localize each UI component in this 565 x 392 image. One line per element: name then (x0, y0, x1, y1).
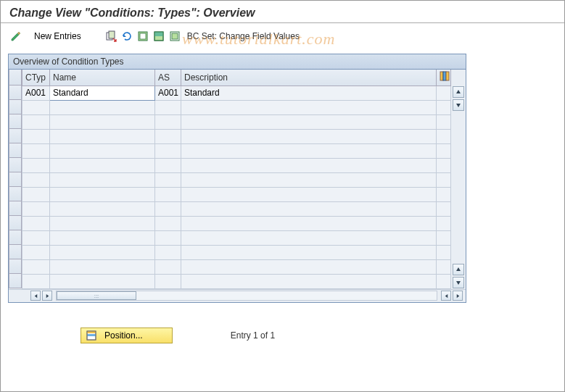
svg-rect-11 (446, 72, 449, 80)
select-block-button[interactable] (152, 30, 165, 43)
table-row (22, 187, 451, 201)
table-row (22, 259, 451, 274)
table-row (22, 216, 451, 230)
copy-as-button[interactable] (104, 30, 117, 43)
scroll-down-button[interactable] (453, 99, 464, 111)
table-row (22, 201, 451, 216)
page-title: Change View "Conditions: Types": Overvie… (1, 1, 564, 22)
row-selector[interactable] (9, 114, 22, 129)
svg-rect-9 (440, 72, 443, 80)
application-toolbar: New Entries BC Set: Change Field Values (1, 23, 564, 49)
vertical-scrollbar (451, 70, 466, 289)
panel-header: Overview of Condition Types (9, 54, 466, 70)
deselect-all-button[interactable] (168, 30, 181, 43)
h-scroll-thumb[interactable]: ::: (57, 291, 136, 300)
cell-pad (437, 86, 451, 100)
position-button[interactable]: Position... (81, 328, 173, 343)
row-selector[interactable] (9, 245, 22, 259)
condition-types-panel: Overview of Condition Types (8, 54, 466, 303)
new-entries-button[interactable]: New Entries (28, 30, 87, 43)
select-all-button[interactable] (136, 30, 149, 43)
footer-row: Position... Entry 1 of 1 (81, 328, 564, 343)
col-header-description[interactable]: Description (181, 70, 437, 86)
col-header-name[interactable]: Name (50, 70, 155, 86)
position-icon (86, 330, 97, 341)
undo-change-button[interactable] (120, 30, 133, 43)
row-selector[interactable] (9, 158, 22, 172)
row-selector-header[interactable] (9, 70, 22, 86)
condition-types-table: CTyp Name AS Description A001 Standard A… (22, 70, 451, 289)
cell-as[interactable]: A001 (155, 86, 181, 100)
h-scroll-track[interactable]: ::: (56, 291, 437, 301)
row-selector[interactable] (9, 230, 22, 245)
row-selector[interactable] (9, 86, 22, 100)
scroll-up-button[interactable] (453, 264, 464, 275)
row-selector-column (9, 70, 22, 289)
svg-rect-8 (172, 33, 178, 39)
row-selector[interactable] (9, 274, 22, 288)
table-row (22, 274, 451, 288)
cell-description[interactable]: Standard (181, 86, 437, 100)
col-header-as[interactable]: AS (155, 70, 181, 86)
scroll-left-button[interactable] (441, 291, 451, 301)
position-button-label: Position... (104, 330, 143, 341)
table-row (22, 172, 451, 187)
entry-status-text: Entry 1 of 1 (231, 330, 275, 341)
svg-rect-14 (87, 334, 96, 336)
cell-ctyp[interactable]: A001 (22, 86, 50, 100)
toggle-display-change-button[interactable] (9, 30, 22, 43)
table-row (22, 158, 451, 172)
scroll-left-button[interactable] (30, 291, 41, 301)
table-row (22, 100, 451, 114)
table-row (22, 245, 451, 259)
table-row (22, 143, 451, 158)
table-header-row: CTyp Name AS Description (22, 70, 451, 86)
row-selector[interactable] (9, 187, 22, 201)
bc-set-label: BC Set: Change Field Values (187, 31, 300, 41)
row-selector[interactable] (9, 216, 22, 230)
row-selector[interactable] (9, 129, 22, 143)
scroll-down-button[interactable] (453, 277, 464, 288)
row-selector[interactable] (9, 259, 22, 274)
row-selector[interactable] (9, 143, 22, 158)
scroll-right-button[interactable] (453, 291, 463, 301)
svg-rect-1 (109, 31, 115, 38)
row-selector[interactable] (9, 201, 22, 216)
table-row (22, 230, 451, 245)
scroll-right-button[interactable] (42, 291, 52, 301)
svg-rect-3 (140, 33, 146, 39)
table-row (22, 129, 451, 143)
horizontal-scrollbar: ::: (9, 289, 466, 302)
col-header-ctyp[interactable]: CTyp (22, 70, 50, 86)
table-settings-button[interactable] (437, 70, 451, 86)
table-row (22, 114, 451, 129)
svg-rect-10 (443, 72, 446, 80)
cell-name[interactable]: Standard (50, 86, 155, 100)
scroll-up-button[interactable] (453, 86, 464, 98)
svg-rect-5 (154, 32, 163, 36)
row-selector[interactable] (9, 172, 22, 187)
table-row: A001 Standard A001 Standard (22, 86, 451, 100)
row-selector[interactable] (9, 100, 22, 114)
